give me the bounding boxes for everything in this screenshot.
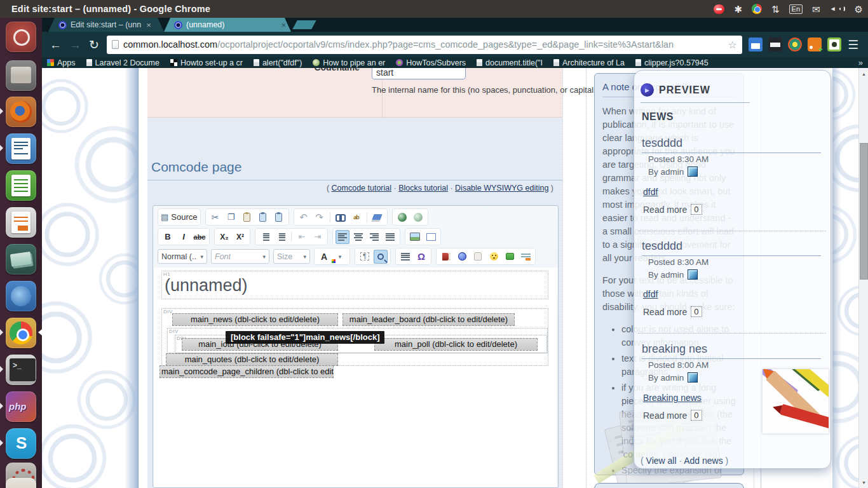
screenshot-extension-icon[interactable] <box>827 37 841 51</box>
chrome-menu-icon[interactable]: ☰ <box>848 37 858 52</box>
new-tab-button[interactable] <box>292 20 316 29</box>
block-main-news[interactable]: main_news (dbl-click to edit/delete) <box>172 313 338 326</box>
comment-count[interactable]: 0 <box>691 204 702 215</box>
superscript-button[interactable]: X² <box>233 230 247 244</box>
comcode-tutorial-link[interactable]: Comcode tutorial <box>332 184 392 193</box>
redo-icon[interactable]: ↷ <box>313 210 327 224</box>
bullet-list-icon[interactable] <box>274 230 288 244</box>
size-dropdown[interactable]: Size▾ <box>273 249 310 264</box>
cut-icon[interactable]: ✂ <box>208 210 222 224</box>
launcher-libreoffice-calc[interactable] <box>6 170 36 201</box>
align-left-icon[interactable] <box>336 230 349 244</box>
find-icon[interactable] <box>334 210 348 224</box>
add-news-link[interactable]: Add news <box>684 456 722 466</box>
tab-close-icon[interactable]: × <box>281 20 286 30</box>
insert-image-icon[interactable] <box>408 230 422 244</box>
keyboard-layout-indicator[interactable]: En <box>789 4 803 14</box>
block-main-comcode-page-children[interactable]: main_comcode_page_children (dbl-click to… <box>159 365 334 378</box>
shutter-icon[interactable]: ✱ <box>734 4 742 14</box>
emoticon-icon[interactable] <box>487 250 501 264</box>
undo-icon[interactable]: ↶ <box>297 210 311 224</box>
comment-count[interactable]: 0 <box>691 410 702 421</box>
numbered-list-icon[interactable] <box>258 230 272 244</box>
back-button[interactable]: ← <box>50 39 62 51</box>
font-dropdown[interactable]: Font▾ <box>211 249 269 264</box>
network-updown-icon[interactable]: ⇅ <box>771 4 780 14</box>
colorpicker-extension-icon[interactable] <box>788 37 802 51</box>
chrome-tray-icon[interactable] <box>752 4 762 14</box>
bookmark-item[interactable]: Laravel 2 Docume <box>86 58 159 67</box>
outdent-icon[interactable]: ⇤ <box>295 230 309 244</box>
spellcheck-options-icon[interactable] <box>411 210 425 224</box>
copy-icon[interactable]: ❐ <box>224 210 238 224</box>
paste-icon[interactable] <box>240 210 254 224</box>
news-title[interactable]: tesdddd <box>642 240 821 256</box>
news-link[interactable]: dfdf <box>643 289 658 299</box>
scrollbar-thumb[interactable] <box>860 143 868 280</box>
paste-word-icon[interactable] <box>272 210 286 224</box>
mail-icon[interactable]: ✉ <box>812 4 820 14</box>
show-blocks-icon[interactable]: ¶ <box>358 250 372 264</box>
source-button[interactable]: ▤Source <box>161 210 198 224</box>
bookmarks-overflow-icon[interactable]: » <box>858 58 863 67</box>
read-more[interactable]: Read more0 <box>643 306 702 317</box>
launcher-chrome[interactable] <box>6 318 36 348</box>
italic-button[interactable]: I <box>177 230 191 244</box>
block-main-poll[interactable]: main_poll (dbl-click to edit/delete) <box>374 338 538 351</box>
url-bar[interactable]: common.localhost.com/ocportalproject/ocp… <box>107 36 742 54</box>
news-link[interactable]: Breaking news <box>643 393 702 403</box>
launcher-libreoffice-impress[interactable] <box>6 207 36 238</box>
page-scrollbar[interactable]: ▲ ▼ <box>858 68 868 488</box>
bookmark-item[interactable]: document.title("I <box>477 58 543 67</box>
forward-button[interactable]: → <box>69 39 81 51</box>
editor-canvas[interactable]: H1 (unnamed) DIV main_news (dbl-click to… <box>154 268 557 487</box>
code-snippet-icon[interactable] <box>519 250 532 264</box>
volume-icon[interactable]: ◄ <box>830 6 845 12</box>
read-more[interactable]: Read more0 <box>643 410 702 421</box>
bookmark-item[interactable]: clipper.js?0.57945 <box>635 58 709 67</box>
launcher-phpstorm[interactable] <box>6 391 36 422</box>
bookmark-star-icon[interactable]: ☆ <box>728 39 737 51</box>
page-title-text[interactable]: (unnamed) <box>165 276 248 295</box>
read-more[interactable]: Read more0 <box>643 204 702 215</box>
format-dropdown[interactable]: Normal (...▾ <box>158 249 207 264</box>
launcher-dash-home[interactable] <box>6 22 36 52</box>
print-extension-icon[interactable] <box>768 37 782 51</box>
launcher-documentation[interactable] <box>6 244 36 274</box>
extension-icon[interactable] <box>749 37 763 51</box>
blocks-tutorial-link[interactable]: Blocks tutorial <box>398 184 448 193</box>
launcher-file-manager[interactable] <box>6 60 36 91</box>
news-title[interactable]: breaking nes <box>642 342 821 359</box>
indent-icon[interactable]: ⇥ <box>311 230 325 244</box>
rss-extension-icon[interactable] <box>808 37 822 51</box>
preview-toggle-icon[interactable] <box>374 250 388 264</box>
strikethrough-button[interactable]: abc <box>193 230 207 244</box>
tab-close-icon[interactable]: × <box>146 20 151 30</box>
align-justify-icon[interactable] <box>383 230 397 244</box>
disable-wysiwyg-link[interactable]: Disable WYSIWYG editing <box>455 184 548 193</box>
align-center-icon[interactable] <box>351 230 365 244</box>
bold-button[interactable]: B <box>161 230 175 244</box>
align-right-icon[interactable] <box>367 230 381 244</box>
insert-block-icon[interactable] <box>439 250 453 264</box>
bookmark-item[interactable]: How to pipe an er <box>313 58 385 67</box>
launcher-terminal[interactable] <box>6 355 36 385</box>
replace-icon[interactable]: ab <box>349 210 363 224</box>
block-main-quotes[interactable]: main_quotes (dbl-click to edit/delete) <box>166 353 338 366</box>
bookmark-item[interactable]: HowTos/Subvers <box>396 58 466 67</box>
launcher-firefox[interactable] <box>6 97 36 127</box>
paste-text-icon[interactable] <box>256 210 270 224</box>
block-main-leader-board[interactable]: main_leader_board (dbl-click to edit/del… <box>342 313 515 326</box>
launcher-text-editor[interactable] <box>6 478 36 488</box>
news-link[interactable]: dfdf <box>643 187 658 197</box>
bookmark-item[interactable]: Howto set-up a cr <box>170 58 243 67</box>
special-char-icon[interactable]: Ω <box>414 250 428 264</box>
reload-button[interactable]: ↻ <box>89 39 99 51</box>
tab-edit-site[interactable]: Edit site:start – (unn × <box>48 18 164 32</box>
launcher-skype[interactable] <box>6 428 36 459</box>
view-all-link[interactable]: View all <box>646 456 677 466</box>
session-gear-icon[interactable]: ⚙ <box>855 4 863 14</box>
scroll-up-icon[interactable]: ▲ <box>859 69 868 78</box>
hand-icon[interactable] <box>471 250 485 264</box>
text-color-button[interactable]: A <box>317 250 331 264</box>
